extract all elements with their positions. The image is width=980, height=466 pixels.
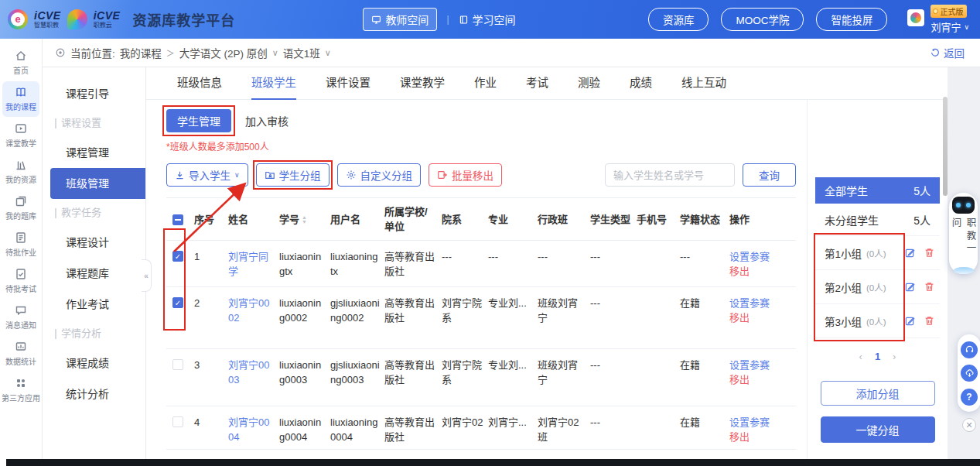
current-page[interactable]: 1: [875, 351, 880, 362]
crumb-course-name[interactable]: 大学语文 (2P) 原创: [179, 45, 268, 60]
learning-space-button[interactable]: 学习空间: [459, 12, 516, 27]
home-icon: [15, 50, 27, 62]
ungrouped-students-row[interactable]: 未分组学生 5人: [815, 204, 940, 236]
remove-link[interactable]: 移出: [729, 431, 750, 443]
user-name[interactable]: 刘宵宁∨: [930, 19, 969, 34]
sidebar-item-course-guide[interactable]: 课程引导: [43, 78, 145, 109]
sidebar-section-teaching-tasks: 教学任务: [43, 199, 145, 227]
tab-exam[interactable]: 考试: [526, 67, 548, 100]
rail-item-my-resources[interactable]: 我的资源: [2, 154, 39, 190]
tab-classroom-teaching[interactable]: 课堂教学: [400, 67, 445, 100]
crumb-class-name[interactable]: 语文1班: [283, 45, 320, 60]
sidebar-item-course-question-bank[interactable]: 课程题库: [43, 258, 145, 289]
crumb-my-courses[interactable]: 我的课程: [120, 45, 162, 60]
row-checkbox[interactable]: [172, 416, 183, 427]
back-button[interactable]: 返回: [930, 45, 965, 60]
row-checkbox[interactable]: ✓: [172, 297, 183, 308]
custom-group-button[interactable]: 自定义分组: [337, 163, 422, 187]
sidebar-item-course-grades[interactable]: 课程成绩: [43, 348, 145, 379]
cloud-download-icon[interactable]: [961, 365, 978, 382]
rail-item-notifications[interactable]: 消息通知: [2, 300, 39, 335]
batch-remove-button[interactable]: 批量移出: [429, 163, 502, 187]
set-contest-link[interactable]: 设置参赛: [729, 251, 770, 262]
assistant-widget[interactable]: 职教一问: [949, 193, 978, 274]
student-name-link[interactable]: 刘宵宁0002: [228, 296, 276, 325]
tab-courseware-settings[interactable]: 课件设置: [326, 67, 370, 100]
prev-page-icon[interactable]: ‹: [859, 351, 862, 362]
set-contest-link[interactable]: 设置参赛: [729, 297, 770, 309]
sidebar-item-class-manage[interactable]: 班级管理: [50, 168, 145, 199]
tab-grades[interactable]: 成绩: [630, 67, 652, 100]
student-name-link[interactable]: 刘宵宁同学: [228, 249, 276, 279]
subtab-student-manage[interactable]: 学生管理: [166, 109, 231, 132]
tab-quiz[interactable]: 测验: [578, 67, 600, 100]
sidebar-item-homework-exam[interactable]: 作业考试: [43, 289, 145, 320]
student-name-link[interactable]: 刘宵宁0004: [228, 415, 276, 444]
set-contest-link[interactable]: 设置参赛: [729, 416, 770, 428]
edit-icon[interactable]: [904, 247, 916, 259]
chevron-down-icon[interactable]: ∨: [325, 48, 331, 58]
screen-cast-button[interactable]: 智能投屏: [816, 8, 887, 31]
sidebar-item-statistic-analysis[interactable]: 统计分析: [43, 379, 145, 409]
subtab-join-audit[interactable]: 加入审核: [245, 113, 289, 128]
rail-item-pending-exams[interactable]: 待批考试: [2, 263, 39, 299]
remove-link[interactable]: 移出: [729, 312, 750, 324]
set-contest-link[interactable]: 设置参赛: [729, 359, 770, 371]
edit-icon[interactable]: [904, 281, 916, 293]
trash-icon[interactable]: [924, 315, 935, 327]
logo1-title: iCVE: [34, 10, 61, 21]
mooc-button[interactable]: MOOC学院: [721, 8, 804, 31]
group-row[interactable]: 第3小组 (0人): [815, 304, 940, 338]
rail-item-my-courses[interactable]: 我的课程: [2, 81, 39, 117]
zhijiaoyun-shell-logo-icon: [67, 9, 87, 29]
vertical-scrollbar[interactable]: [943, 97, 948, 196]
rail-item-third-party-apps[interactable]: 第三方应用: [2, 372, 39, 408]
one-click-group-button[interactable]: 一键分组: [821, 416, 935, 443]
close-icon[interactable]: ✕: [962, 418, 976, 432]
bar-chart-icon: [15, 341, 27, 353]
medal-icon: [933, 9, 938, 14]
rail-item-pending-homework[interactable]: 待批作业: [2, 227, 39, 262]
trash-icon[interactable]: [924, 247, 935, 259]
help-question-icon[interactable]: ?: [961, 389, 978, 406]
resource-lib-button[interactable]: 资源库: [648, 8, 709, 31]
group-row[interactable]: 第1小组 (0人): [815, 236, 940, 270]
main-panel: 班级信息 班级学生 课件设置 课堂教学 作业 考试 测验 成绩 线上互动: [146, 67, 948, 466]
select-all-checkbox[interactable]: [172, 214, 183, 225]
row-checkbox[interactable]: [172, 359, 183, 370]
remove-link[interactable]: 移出: [729, 266, 750, 277]
students-toolbar: 导入学生 ∨ 学生分组 自定义分组: [166, 163, 796, 187]
tab-class-info[interactable]: 班级信息: [177, 67, 222, 100]
student-group-button[interactable]: 学生分组: [256, 163, 330, 187]
sidebar-item-course-manage[interactable]: 课程管理: [43, 137, 145, 168]
gear-icon: [346, 170, 357, 180]
rail-item-question-bank[interactable]: 我的题库: [2, 190, 39, 226]
add-group-button[interactable]: 添加分组: [821, 381, 935, 406]
rail-item-classroom-teaching[interactable]: 课堂教学: [2, 118, 39, 153]
sidebar-item-course-design[interactable]: 课程设计: [43, 227, 145, 258]
sort-icon[interactable]: ▲▼: [302, 215, 307, 224]
tab-online-interaction[interactable]: 线上互动: [681, 67, 726, 100]
user-area[interactable]: 正式版 刘宵宁∨: [907, 5, 969, 34]
sidebar-collapse-handle[interactable]: «: [142, 259, 152, 292]
support-headset-icon[interactable]: [961, 341, 978, 358]
tab-class-students[interactable]: 班级学生: [251, 67, 296, 100]
trash-icon[interactable]: [924, 281, 935, 293]
edit-icon[interactable]: [904, 315, 916, 327]
tab-homework[interactable]: 作业: [474, 67, 497, 100]
bookshelf-icon: [15, 159, 27, 171]
student-search-input[interactable]: [605, 163, 735, 187]
remove-card-icon: [437, 170, 448, 180]
teacher-space-button[interactable]: 教师空间: [363, 8, 437, 31]
row-checkbox[interactable]: ✓: [172, 251, 183, 262]
all-students-header[interactable]: 全部学生 5人: [815, 177, 940, 204]
student-name-link[interactable]: 刘宵宁0003: [228, 358, 276, 387]
rail-item-statistics[interactable]: 数据统计: [2, 336, 39, 372]
remove-link[interactable]: 移出: [729, 374, 750, 385]
query-button[interactable]: 查询: [743, 163, 796, 187]
group-row[interactable]: 第2小组 (0人): [815, 270, 940, 304]
import-students-button[interactable]: 导入学生 ∨: [166, 163, 248, 187]
chevron-down-icon[interactable]: ∨: [272, 48, 278, 58]
next-page-icon[interactable]: ›: [893, 351, 896, 362]
rail-item-home[interactable]: 首页: [2, 45, 39, 81]
